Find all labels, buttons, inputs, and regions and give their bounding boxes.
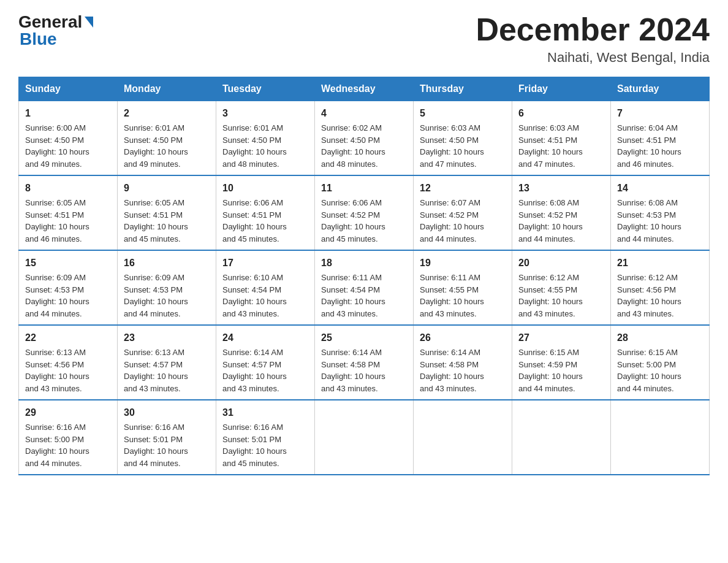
- calendar-cell: 24 Sunrise: 6:14 AMSunset: 4:57 PMDaylig…: [216, 325, 315, 400]
- calendar-cell: 22 Sunrise: 6:13 AMSunset: 4:56 PMDaylig…: [19, 325, 118, 400]
- day-number: 2: [124, 106, 210, 121]
- day-info: Sunrise: 6:03 AMSunset: 4:50 PMDaylight:…: [420, 123, 484, 169]
- day-info: Sunrise: 6:00 AMSunset: 4:50 PMDaylight:…: [25, 123, 89, 169]
- day-info: Sunrise: 6:06 AMSunset: 4:51 PMDaylight:…: [222, 198, 287, 243]
- day-number: 6: [518, 106, 604, 121]
- calendar-cell: [611, 400, 710, 475]
- calendar-cell: 6 Sunrise: 6:03 AMSunset: 4:51 PMDayligh…: [512, 101, 611, 176]
- day-number: 21: [617, 256, 703, 270]
- day-number: 26: [420, 331, 506, 345]
- col-header-saturday: Saturday: [611, 77, 710, 101]
- day-info: Sunrise: 6:15 AMSunset: 5:00 PMDaylight:…: [617, 348, 681, 393]
- calendar-cell: 14 Sunrise: 6:08 AMSunset: 4:53 PMDaylig…: [611, 175, 710, 250]
- calendar-cell: 18 Sunrise: 6:11 AMSunset: 4:54 PMDaylig…: [315, 250, 414, 325]
- day-number: 28: [617, 331, 703, 345]
- col-header-friday: Friday: [512, 77, 611, 101]
- calendar-cell: 16 Sunrise: 6:09 AMSunset: 4:53 PMDaylig…: [118, 250, 216, 325]
- day-number: 3: [222, 106, 308, 121]
- day-number: 4: [321, 106, 407, 121]
- calendar-cell: 1 Sunrise: 6:00 AMSunset: 4:50 PMDayligh…: [19, 101, 118, 176]
- day-info: Sunrise: 6:16 AMSunset: 5:01 PMDaylight:…: [124, 423, 188, 468]
- calendar-cell: 11 Sunrise: 6:06 AMSunset: 4:52 PMDaylig…: [315, 175, 414, 250]
- logo: General Blue: [18, 12, 93, 49]
- day-info: Sunrise: 6:12 AMSunset: 4:55 PMDaylight:…: [518, 273, 583, 318]
- day-number: 17: [222, 256, 308, 270]
- day-number: 27: [518, 331, 604, 345]
- day-number: 9: [124, 181, 210, 196]
- day-number: 15: [25, 256, 111, 270]
- day-info: Sunrise: 6:14 AMSunset: 4:58 PMDaylight:…: [321, 348, 385, 393]
- calendar-cell: 13 Sunrise: 6:08 AMSunset: 4:52 PMDaylig…: [512, 175, 611, 250]
- calendar-cell: 25 Sunrise: 6:14 AMSunset: 4:58 PMDaylig…: [315, 325, 414, 400]
- day-number: 1: [25, 106, 111, 121]
- calendar-cell: 7 Sunrise: 6:04 AMSunset: 4:51 PMDayligh…: [611, 101, 710, 176]
- day-info: Sunrise: 6:09 AMSunset: 4:53 PMDaylight:…: [124, 273, 188, 318]
- calendar-cell: [414, 400, 512, 475]
- calendar-cell: [512, 400, 611, 475]
- day-number: 20: [518, 256, 604, 270]
- day-number: 13: [518, 181, 604, 196]
- calendar-cell: 19 Sunrise: 6:11 AMSunset: 4:55 PMDaylig…: [414, 250, 512, 325]
- day-info: Sunrise: 6:08 AMSunset: 4:53 PMDaylight:…: [617, 198, 681, 243]
- day-number: 25: [321, 331, 407, 345]
- calendar-cell: 8 Sunrise: 6:05 AMSunset: 4:51 PMDayligh…: [19, 175, 118, 250]
- day-info: Sunrise: 6:15 AMSunset: 4:59 PMDaylight:…: [518, 348, 583, 393]
- calendar-cell: 31 Sunrise: 6:16 AMSunset: 5:01 PMDaylig…: [216, 400, 315, 475]
- day-info: Sunrise: 6:01 AMSunset: 4:50 PMDaylight:…: [124, 123, 188, 169]
- col-header-monday: Monday: [118, 77, 216, 101]
- col-header-sunday: Sunday: [19, 77, 118, 101]
- day-info: Sunrise: 6:12 AMSunset: 4:56 PMDaylight:…: [617, 273, 681, 318]
- calendar-cell: 15 Sunrise: 6:09 AMSunset: 4:53 PMDaylig…: [19, 250, 118, 325]
- day-info: Sunrise: 6:09 AMSunset: 4:53 PMDaylight:…: [25, 273, 89, 318]
- day-info: Sunrise: 6:11 AMSunset: 4:54 PMDaylight:…: [321, 273, 385, 318]
- calendar-cell: 5 Sunrise: 6:03 AMSunset: 4:50 PMDayligh…: [414, 101, 512, 176]
- day-info: Sunrise: 6:05 AMSunset: 4:51 PMDaylight:…: [124, 198, 188, 243]
- day-number: 30: [124, 405, 210, 420]
- calendar-cell: 2 Sunrise: 6:01 AMSunset: 4:50 PMDayligh…: [118, 101, 216, 176]
- day-number: 11: [321, 181, 407, 196]
- day-number: 18: [321, 256, 407, 270]
- calendar-cell: 30 Sunrise: 6:16 AMSunset: 5:01 PMDaylig…: [118, 400, 216, 475]
- calendar-cell: 23 Sunrise: 6:13 AMSunset: 4:57 PMDaylig…: [118, 325, 216, 400]
- day-info: Sunrise: 6:13 AMSunset: 4:57 PMDaylight:…: [124, 348, 188, 393]
- day-number: 7: [617, 106, 703, 121]
- month-title: December 2024: [476, 12, 710, 47]
- day-number: 23: [124, 331, 210, 345]
- day-number: 22: [25, 331, 111, 345]
- calendar-cell: 12 Sunrise: 6:07 AMSunset: 4:52 PMDaylig…: [414, 175, 512, 250]
- calendar-cell: 28 Sunrise: 6:15 AMSunset: 5:00 PMDaylig…: [611, 325, 710, 400]
- calendar-cell: 20 Sunrise: 6:12 AMSunset: 4:55 PMDaylig…: [512, 250, 611, 325]
- calendar-cell: 3 Sunrise: 6:01 AMSunset: 4:50 PMDayligh…: [216, 101, 315, 176]
- day-info: Sunrise: 6:10 AMSunset: 4:54 PMDaylight:…: [222, 273, 287, 318]
- calendar-cell: 17 Sunrise: 6:10 AMSunset: 4:54 PMDaylig…: [216, 250, 315, 325]
- day-number: 29: [25, 405, 111, 420]
- day-info: Sunrise: 6:02 AMSunset: 4:50 PMDaylight:…: [321, 123, 385, 169]
- calendar-cell: 9 Sunrise: 6:05 AMSunset: 4:51 PMDayligh…: [118, 175, 216, 250]
- location-title: Naihati, West Bengal, India: [476, 50, 710, 66]
- day-info: Sunrise: 6:08 AMSunset: 4:52 PMDaylight:…: [518, 198, 583, 243]
- col-header-thursday: Thursday: [414, 77, 512, 101]
- calendar-cell: 26 Sunrise: 6:14 AMSunset: 4:58 PMDaylig…: [414, 325, 512, 400]
- day-number: 10: [222, 181, 308, 196]
- calendar-cell: 29 Sunrise: 6:16 AMSunset: 5:00 PMDaylig…: [19, 400, 118, 475]
- calendar-cell: 10 Sunrise: 6:06 AMSunset: 4:51 PMDaylig…: [216, 175, 315, 250]
- day-info: Sunrise: 6:11 AMSunset: 4:55 PMDaylight:…: [420, 273, 484, 318]
- day-info: Sunrise: 6:16 AMSunset: 5:01 PMDaylight:…: [222, 423, 287, 468]
- day-info: Sunrise: 6:14 AMSunset: 4:58 PMDaylight:…: [420, 348, 484, 393]
- calendar-cell: 27 Sunrise: 6:15 AMSunset: 4:59 PMDaylig…: [512, 325, 611, 400]
- calendar-table: SundayMondayTuesdayWednesdayThursdayFrid…: [18, 77, 710, 475]
- col-header-tuesday: Tuesday: [216, 77, 315, 101]
- day-info: Sunrise: 6:14 AMSunset: 4:57 PMDaylight:…: [222, 348, 287, 393]
- day-info: Sunrise: 6:13 AMSunset: 4:56 PMDaylight:…: [25, 348, 89, 393]
- day-number: 5: [420, 106, 506, 121]
- day-info: Sunrise: 6:07 AMSunset: 4:52 PMDaylight:…: [420, 198, 484, 243]
- day-info: Sunrise: 6:16 AMSunset: 5:00 PMDaylight:…: [25, 423, 89, 468]
- day-number: 16: [124, 256, 210, 270]
- day-number: 31: [222, 405, 308, 420]
- day-number: 12: [420, 181, 506, 196]
- calendar-cell: 4 Sunrise: 6:02 AMSunset: 4:50 PMDayligh…: [315, 101, 414, 176]
- title-area: December 2024 Naihati, West Bengal, Indi…: [476, 12, 710, 66]
- col-header-wednesday: Wednesday: [315, 77, 414, 101]
- calendar-cell: 21 Sunrise: 6:12 AMSunset: 4:56 PMDaylig…: [611, 250, 710, 325]
- day-info: Sunrise: 6:05 AMSunset: 4:51 PMDaylight:…: [25, 198, 89, 243]
